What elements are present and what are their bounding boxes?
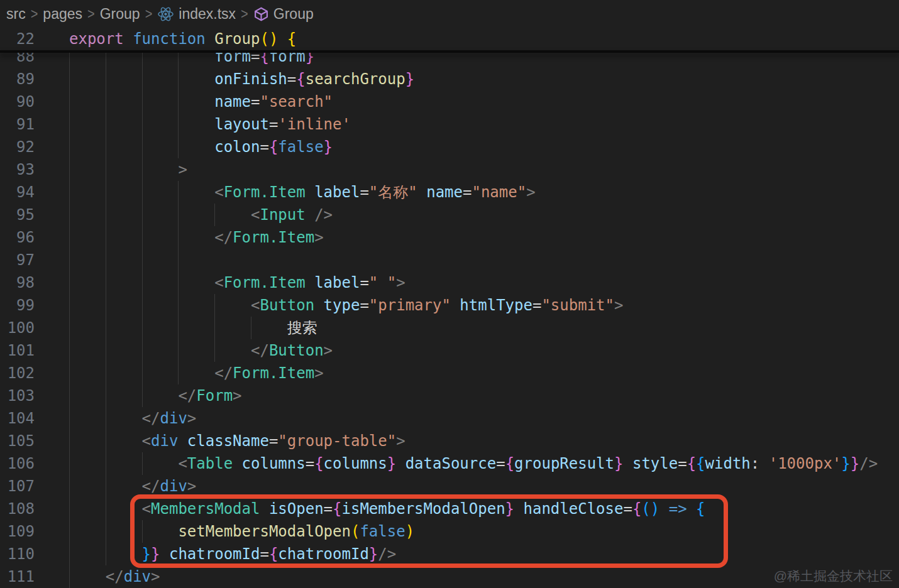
code-token: Button: [260, 297, 314, 314]
code-token: [206, 30, 214, 48]
code-line[interactable]: 22export function Group() {: [0, 28, 899, 51]
code-text: </div>: [69, 407, 196, 430]
code-line[interactable]: 99 <Button type="primary" htmlType="subm…: [0, 294, 899, 317]
breadcrumb-label: Group: [100, 6, 140, 23]
code-token: {: [696, 455, 705, 472]
breadcrumb-item[interactable]: Group: [253, 6, 314, 23]
code-line[interactable]: 96 </Form.Item>: [0, 226, 899, 249]
code-text: <Table columns={columns} dataSource={gro…: [69, 452, 878, 475]
line-number: 107: [0, 475, 35, 498]
code-token: setMembersModalOpen: [178, 523, 351, 540]
code-text: colon={false}: [69, 136, 333, 158]
code-line[interactable]: 100 搜索: [0, 317, 899, 339]
code-token: {: [269, 545, 278, 563]
code-token: [69, 297, 251, 314]
code-token: {: [505, 455, 514, 472]
line-number: 22: [0, 28, 35, 51]
code-line[interactable]: 103 </Form>: [0, 384, 899, 407]
code-line[interactable]: 98 <Form.Item label=" ">: [0, 271, 899, 294]
indent-guide: [178, 249, 179, 271]
code-token: div: [124, 568, 151, 585]
line-number: 92: [0, 136, 35, 158]
code-token: [306, 206, 314, 224]
code-line[interactable]: 101 </Button>: [0, 339, 899, 362]
code-line[interactable]: 107 </div>: [0, 475, 899, 498]
code-token: [687, 500, 696, 518]
code-token: =: [306, 455, 314, 472]
code-token: =: [360, 274, 368, 291]
breadcrumb-label: index.tsx: [179, 6, 236, 23]
code-line[interactable]: 94 <Form.Item label="名称" name="name">: [0, 181, 899, 204]
code-token: [278, 30, 287, 48]
breadcrumb-item[interactable]: src: [6, 6, 26, 23]
code-token: Form.Item: [233, 364, 314, 382]
code-token: />: [314, 206, 333, 224]
code-token: [69, 183, 214, 201]
code-token: columns: [242, 455, 306, 472]
breadcrumb-item[interactable]: Group: [100, 6, 140, 23]
code-line[interactable]: 106 <Table columns={columns} dataSource=…: [0, 452, 899, 475]
code-line[interactable]: 108 <MembersModal isOpen={isMembersModal…: [0, 498, 899, 520]
code-token: {: [269, 138, 278, 156]
code-token: {: [687, 455, 696, 472]
code-token: [69, 342, 251, 359]
code-token: >: [187, 477, 196, 495]
code-token: searchGroup: [306, 70, 405, 88]
breadcrumb-item[interactable]: index.tsx: [157, 6, 236, 23]
code-token: =: [496, 455, 505, 472]
code-token: [124, 30, 133, 48]
code-line[interactable]: 105 <div className="group-table">: [0, 430, 899, 452]
code-line[interactable]: 92 colon={false}: [0, 136, 899, 158]
line-number: 96: [0, 226, 35, 249]
line-number: 93: [0, 158, 35, 181]
code-token: </: [178, 387, 196, 405]
code-line[interactable]: 90 name="search": [0, 90, 899, 113]
code-token: >: [233, 387, 241, 405]
code-token: [514, 500, 523, 518]
code-token: (): [260, 30, 278, 48]
code-area[interactable]: 88 form={form}89 onFinish={searchGroup}9…: [0, 45, 899, 588]
code-token: =: [269, 116, 278, 133]
code-token: [69, 387, 178, 405]
code-token: }: [614, 455, 623, 472]
sticky-scroll-line[interactable]: 22export function Group() {: [0, 28, 899, 51]
line-number: 91: [0, 113, 35, 136]
code-token: ): [405, 523, 414, 540]
code-line[interactable]: 89 onFinish={searchGroup}: [0, 68, 899, 90]
code-line[interactable]: 109 setMembersModalOpen(false): [0, 520, 899, 543]
code-token: false: [360, 523, 405, 540]
code-text: </div>: [69, 565, 160, 588]
code-token: type: [324, 297, 360, 314]
code-line[interactable]: 91 layout='inline': [0, 113, 899, 136]
code-token: [178, 432, 187, 450]
code-line[interactable]: 97: [0, 249, 899, 271]
code-line[interactable]: 102 </Form.Item>: [0, 362, 899, 384]
code-token: [69, 274, 214, 291]
indent-guide: [69, 249, 70, 271]
code-token: </: [251, 342, 269, 359]
breadcrumb-separator-icon: >: [145, 6, 153, 22]
code-line[interactable]: 111 </div>: [0, 565, 899, 588]
code-token: Group: [214, 30, 260, 48]
code-token: <: [214, 183, 223, 201]
code-line[interactable]: 93 >: [0, 158, 899, 181]
code-token: [69, 432, 142, 450]
code-token: >: [324, 342, 333, 359]
code-line[interactable]: 104 </div>: [0, 407, 899, 430]
code-token: isOpen: [269, 500, 324, 518]
code-token: Input: [260, 206, 305, 224]
code-token: className: [187, 432, 269, 450]
code-token: </: [142, 410, 160, 427]
code-text: <MembersModal isOpen={isMembersModalOpen…: [69, 498, 705, 520]
code-token: [69, 477, 142, 495]
code-line[interactable]: 110 }} chatroomId={chatroomId}/>: [0, 543, 899, 565]
code-line[interactable]: 95 <Input />: [0, 204, 899, 226]
code-text: export function Group() {: [69, 28, 296, 51]
code-token: }: [369, 545, 378, 563]
code-token: {: [287, 30, 296, 48]
code-token: [69, 70, 214, 88]
line-number: 100: [0, 317, 35, 339]
code-token: =: [532, 297, 541, 314]
breadcrumb-item[interactable]: pages: [43, 6, 82, 23]
code-token: {: [696, 500, 705, 518]
